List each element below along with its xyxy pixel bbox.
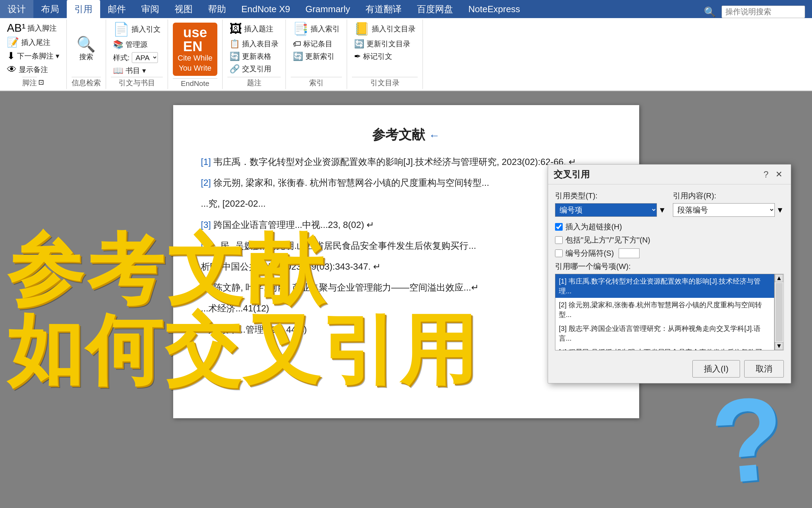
bibliography-icon: 📖 xyxy=(113,66,123,76)
manage-sources-button[interactable]: 📚 管理源 xyxy=(111,39,163,50)
ribbon: 设计 布局 引用 邮件 审阅 视图 帮助 EndNote X9 Grammarl… xyxy=(0,0,812,91)
separator-checkbox[interactable] xyxy=(555,249,563,257)
tab-noteexpress[interactable]: NoteExpress xyxy=(461,0,528,18)
tab-baidu[interactable]: 百度网盘 xyxy=(409,0,461,18)
update-toc-button[interactable]: 🔄 更新引文目录 xyxy=(352,38,418,49)
cancel-button[interactable]: 取消 xyxy=(744,360,784,378)
separator-label: 编号分隔符(S) xyxy=(565,248,614,259)
cross-reference-icon: 🔗 xyxy=(230,64,240,74)
insert-endnote-icon: 📝 xyxy=(7,37,19,48)
search-label: 搜索 xyxy=(79,53,93,61)
ref-content-select-wrap: 段落编号 ▼ xyxy=(673,203,784,217)
cite-while-you-write-label: Cite WhileYou Write xyxy=(178,53,212,73)
list-item-2[interactable]: [3] 殷志平.跨国企业语言管理研究：从两种视角走向交叉学科[J].语言... xyxy=(555,322,774,345)
separator-row: 编号分隔符(S) xyxy=(555,248,784,259)
tab-help[interactable]: 帮助 xyxy=(200,0,234,18)
include-above-below-label: 包括"见上方"/"见下方"(N) xyxy=(565,235,650,245)
next-footnote-label: 下一条脚注 ▾ xyxy=(17,51,59,61)
ref-content-select[interactable]: 段落编号 xyxy=(673,203,775,217)
scroll-down-button[interactable]: ▼ xyxy=(775,342,783,350)
tab-youdao[interactable]: 有道翻译 xyxy=(358,0,409,18)
hyperlink-checkbox-row: 插入为超链接(H) xyxy=(555,222,784,232)
tab-endnote[interactable]: EndNote X9 xyxy=(234,0,298,18)
ref-type-col: 引用类型(T): 编号项 ▼ xyxy=(555,191,666,217)
listbox-scrollbar[interactable]: ▲ ▼ xyxy=(774,274,784,350)
insert-endnote-label: 插入尾注 xyxy=(21,38,50,47)
style-selector[interactable]: 样式: APA xyxy=(111,51,163,64)
mark-citation-button[interactable]: ✒ 标记引文 xyxy=(352,51,418,62)
dialog-footer: 插入(I) 取消 xyxy=(548,357,791,383)
update-table-button[interactable]: 🔄 更新表格 xyxy=(227,51,281,62)
tab-review[interactable]: 审阅 xyxy=(134,0,167,18)
list-item-1[interactable]: [2] 徐元朔,梁家和,张衡春.杭州市智慧网谷小镇的尺度重构与空间转型... xyxy=(555,298,774,322)
show-notes-label: 显示备注 xyxy=(19,65,48,74)
insert-index-icon: 📑 xyxy=(293,22,308,36)
toc-group-label: 引文目录 xyxy=(352,77,418,88)
separator-input[interactable] xyxy=(619,248,640,258)
list-item-0[interactable]: [1] 韦庄禹.数字化转型对企业资源配置效率的影响[J].技术经济与管理... xyxy=(555,274,774,298)
insert-button[interactable]: 插入(I) xyxy=(692,360,740,378)
which-item-label: 引用哪一个编号项(W): xyxy=(555,261,784,272)
footnote-expand-icon[interactable]: ⊡ xyxy=(38,78,44,86)
insert-toc-button[interactable]: 📒 插入引文目录 xyxy=(352,21,418,37)
hyperlink-checkbox[interactable] xyxy=(555,223,563,231)
manage-sources-label: 管理源 xyxy=(126,40,147,49)
ref-type-select[interactable]: 编号项 xyxy=(555,203,657,217)
search-button[interactable]: 🔍 搜索 xyxy=(72,35,100,62)
style-dropdown[interactable]: APA xyxy=(132,52,158,63)
ref-content-dropdown-arrow[interactable]: ▼ xyxy=(776,206,784,215)
dialog-title: 交叉引用 xyxy=(554,168,590,181)
mark-entry-button[interactable]: 🏷 标记条目 xyxy=(291,38,342,49)
cross-reference-button[interactable]: 🔗 交叉引用 xyxy=(227,63,281,74)
dialog-type-row: 引用类型(T): 编号项 ▼ 引用内容(R): 段落编号 ▼ xyxy=(555,191,784,217)
scroll-up-button[interactable]: ▲ xyxy=(775,274,783,282)
insert-caption-label: 插入题注 xyxy=(244,24,273,34)
insert-index-button[interactable]: 📑 插入索引 xyxy=(291,21,342,37)
list-item-3[interactable]: [4] 程景民,吴媛媛,胡先明.山西省居民食品安全事件发生后依复购买行... xyxy=(555,345,774,350)
tab-citation[interactable]: 引用 xyxy=(67,0,100,18)
update-toc-icon: 🔄 xyxy=(354,39,364,49)
insert-footnote-button[interactable]: AB¹ 插入脚注 xyxy=(5,21,62,35)
ref-content-col: 引用内容(R): 段落编号 ▼ xyxy=(673,191,784,217)
insert-endnote-button[interactable]: 📝 插入尾注 xyxy=(5,36,62,49)
update-index-button[interactable]: 🔄 更新索引 xyxy=(291,51,342,62)
group-caption: 🖼 插入题注 📋 插入表目录 🔄 更新表格 🔗 交叉引用 xyxy=(223,19,286,89)
ref-type-select-wrap: 编号项 ▼ xyxy=(555,203,666,217)
insert-footnote-icon: AB¹ xyxy=(7,22,25,34)
tab-mail[interactable]: 邮件 xyxy=(100,0,134,18)
cite-while-you-write-button[interactable]: useEN Cite WhileYou Write xyxy=(173,23,217,76)
bibliography-button[interactable]: 📖 书目 ▾ xyxy=(111,65,163,76)
mark-citation-label: 标记引文 xyxy=(363,51,392,61)
show-notes-button[interactable]: 👁 显示备注 xyxy=(5,63,62,76)
style-label: 样式: xyxy=(113,53,130,63)
question-mark-text: ? xyxy=(706,369,790,508)
insert-toc-icon: 📒 xyxy=(354,22,370,36)
dialog-help-button[interactable]: ? xyxy=(764,169,769,180)
doc-title: 参考文献 ← xyxy=(201,126,611,144)
ref-type-label: 引用类型(T): xyxy=(555,191,666,201)
group-citation-bib: 📄 插入引文 📚 管理源 样式: APA xyxy=(106,19,168,89)
next-footnote-button[interactable]: ⬇ 下一条脚注 ▾ xyxy=(5,49,62,62)
insert-citation-button[interactable]: 📄 插入引文 xyxy=(111,21,163,38)
dialog-body: 引用类型(T): 编号项 ▼ 引用内容(R): 段落编号 ▼ xyxy=(548,184,791,357)
tab-view[interactable]: 视图 xyxy=(167,0,200,18)
insert-citation-label: 插入引文 xyxy=(131,24,161,34)
tab-layout[interactable]: 布局 xyxy=(33,0,67,18)
search-input[interactable] xyxy=(722,6,805,18)
cross-reference-label: 交叉引用 xyxy=(242,64,271,74)
ref-type-dropdown-arrow[interactable]: ▼ xyxy=(658,206,666,215)
tab-grammarly[interactable]: Grammarly xyxy=(298,0,358,18)
insert-table-toc-icon: 📋 xyxy=(230,39,240,49)
update-table-icon: 🔄 xyxy=(230,51,240,61)
group-index: 📑 插入索引 🏷 标记条目 🔄 更新索引 索引 xyxy=(286,19,347,89)
insert-caption-icon: 🖼 xyxy=(230,22,242,36)
insert-caption-button[interactable]: 🖼 插入题注 xyxy=(227,21,281,37)
insert-table-toc-button[interactable]: 📋 插入表目录 xyxy=(227,38,281,49)
scroll-thumb xyxy=(775,283,783,341)
dialog-close-button[interactable]: ✕ xyxy=(773,168,785,181)
tab-design[interactable]: 设计 xyxy=(0,0,33,18)
include-above-below-checkbox[interactable] xyxy=(555,236,563,244)
search-icon[interactable]: 🔍 xyxy=(704,6,716,18)
group-info-search: 🔍 搜索 信息检索 xyxy=(67,19,106,89)
items-listbox[interactable]: [1] 韦庄禹.数字化转型对企业资源配置效率的影响[J].技术经济与管理... … xyxy=(555,274,774,350)
